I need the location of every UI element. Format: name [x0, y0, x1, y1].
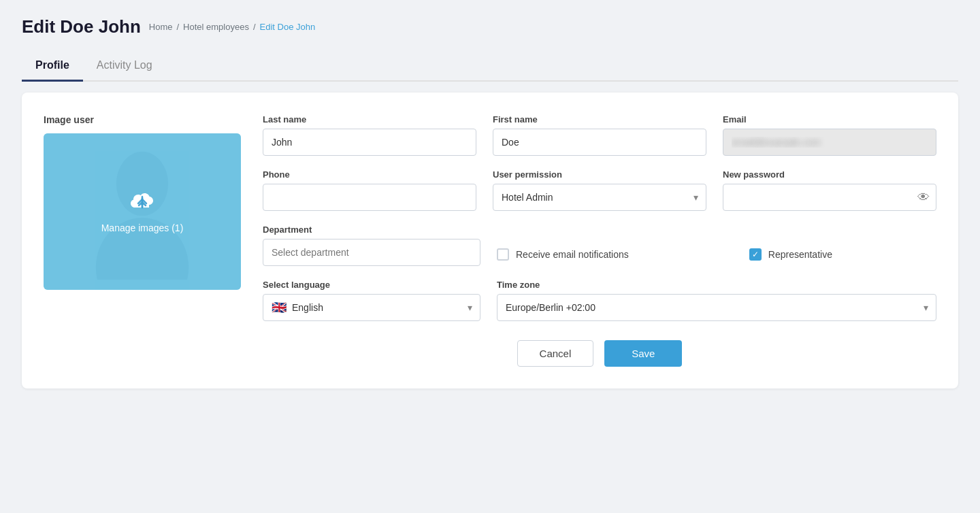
- new-password-input[interactable]: [723, 184, 936, 211]
- save-button[interactable]: Save: [604, 340, 682, 367]
- manage-images-label: Manage images (1): [101, 222, 184, 233]
- cancel-button[interactable]: Cancel: [517, 340, 594, 367]
- phone-label: Phone: [263, 169, 476, 180]
- receive-email-group: Receive email notifications: [497, 248, 733, 266]
- first-name-input[interactable]: [493, 129, 706, 156]
- upload-icon: [129, 190, 156, 217]
- fields-section: Last name First name Email Phon: [263, 114, 936, 367]
- timezone-select[interactable]: Europe/Berlin +02:00 UTC +00:00 America/…: [497, 294, 936, 321]
- first-name-group: First name: [493, 114, 706, 156]
- new-password-label: New password: [723, 169, 936, 180]
- image-overlay[interactable]: Manage images (1): [44, 133, 241, 290]
- fields-row-2: Phone User permission Hotel Admin Staff …: [263, 169, 936, 211]
- breadcrumb: Home / Hotel employees / Edit Doe John: [149, 22, 315, 32]
- breadcrumb-edit-doe-john[interactable]: Edit Doe John: [260, 22, 316, 32]
- timezone-label: Time zone: [497, 280, 936, 290]
- select-language-group: Select language 🇬🇧 English ▾: [263, 280, 480, 321]
- actions-row: Cancel Save: [263, 340, 936, 367]
- department-group: Department: [263, 225, 480, 266]
- receive-email-checkbox[interactable]: [497, 248, 509, 261]
- representative-checkbox[interactable]: [749, 248, 762, 261]
- email-label: Email: [723, 114, 936, 125]
- department-row: Department Receive email notifications R…: [263, 225, 936, 266]
- flag-icon: 🇬🇧: [272, 300, 287, 315]
- receive-email-label: Receive email notifications: [516, 249, 629, 260]
- select-language-label: Select language: [263, 280, 480, 290]
- language-select[interactable]: 🇬🇧 English: [263, 294, 480, 321]
- last-name-group: Last name: [263, 114, 476, 156]
- last-name-input[interactable]: [263, 129, 476, 156]
- representative-label: Representative: [768, 249, 832, 260]
- department-label: Department: [263, 225, 480, 235]
- first-name-label: First name: [493, 114, 706, 125]
- department-input[interactable]: [263, 239, 480, 266]
- email-input[interactable]: [723, 129, 936, 156]
- user-permission-select-wrapper: Hotel Admin Staff Manager ▾: [493, 184, 706, 211]
- phone-group: Phone: [263, 169, 476, 211]
- tabs: Profile Activity Log: [22, 51, 958, 82]
- language-select-wrapper: 🇬🇧 English ▾: [263, 294, 480, 321]
- new-password-group: New password 👁: [723, 169, 936, 211]
- user-permission-select[interactable]: Hotel Admin Staff Manager: [493, 184, 706, 211]
- tab-profile[interactable]: Profile: [22, 51, 83, 82]
- timezone-select-wrapper: Europe/Berlin +02:00 UTC +00:00 America/…: [497, 294, 936, 321]
- password-wrapper: 👁: [723, 184, 936, 211]
- representative-group: Representative: [749, 248, 936, 266]
- user-permission-label: User permission: [493, 169, 706, 180]
- fields-row-1: Last name First name Email: [263, 114, 936, 156]
- last-name-label: Last name: [263, 114, 476, 125]
- language-row: Select language 🇬🇧 English ▾ Time zone: [263, 280, 936, 321]
- breadcrumb-hotel-employees[interactable]: Hotel employees: [183, 22, 249, 32]
- page-title: Edit Doe John: [22, 16, 141, 37]
- eye-icon[interactable]: 👁: [917, 191, 930, 205]
- user-permission-group: User permission Hotel Admin Staff Manage…: [493, 169, 706, 211]
- language-value: English: [292, 302, 323, 313]
- image-section: Image user: [44, 114, 241, 367]
- image-user-label: Image user: [44, 114, 241, 125]
- tab-activity-log[interactable]: Activity Log: [83, 51, 166, 82]
- image-wrapper: Manage images (1): [44, 133, 241, 290]
- profile-card: Image user: [22, 93, 958, 388]
- email-group: Email: [723, 114, 936, 156]
- breadcrumb-home[interactable]: Home: [149, 22, 173, 32]
- phone-input[interactable]: [263, 184, 476, 211]
- timezone-group: Time zone Europe/Berlin +02:00 UTC +00:0…: [497, 280, 936, 321]
